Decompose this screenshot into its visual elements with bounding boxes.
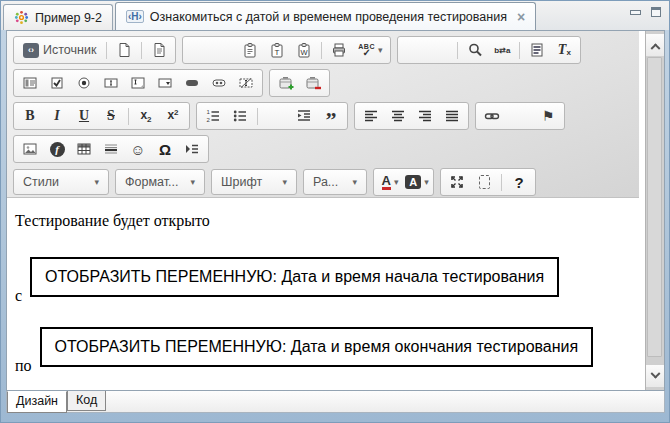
table-button[interactable] (71, 138, 97, 160)
paste-text-button[interactable]: T (264, 39, 290, 61)
form-button[interactable] (17, 72, 43, 94)
underline-button[interactable]: U (71, 105, 97, 127)
indent-icon (296, 108, 312, 124)
styles-dropdown[interactable]: Стили ▾ (13, 169, 109, 195)
font-dropdown[interactable]: Шрифт ▾ (211, 169, 297, 195)
tab-primer-9-2[interactable]: Пример 9-2 (3, 4, 113, 30)
maximize-view-icon[interactable] (651, 7, 661, 17)
select-all-button[interactable] (524, 39, 550, 61)
bold-button[interactable]: B (17, 105, 43, 127)
group-document: ‹› Источник (13, 36, 176, 64)
spellcheck-button[interactable]: ABC✓ ▾ (353, 39, 387, 61)
paste-word-button[interactable]: W (291, 39, 317, 61)
select-field-button[interactable] (152, 72, 178, 94)
toolbar-spacer (401, 50, 453, 51)
size-dropdown[interactable]: Ра... ▾ (303, 169, 367, 195)
show-blocks-button[interactable] (471, 171, 497, 193)
variable-box-start-datetime[interactable]: ОТОБРАЗИТЬ ПЕРЕМЕННУЮ: Дата и время нача… (30, 257, 559, 297)
superscript-button[interactable]: x2 (160, 105, 186, 127)
blockquote-button[interactable]: ” (318, 105, 344, 127)
hidden-field-button[interactable] (233, 72, 259, 94)
separator (501, 174, 502, 191)
subscript-button[interactable]: x2 (133, 105, 159, 127)
italic-button[interactable]: I (44, 105, 70, 127)
select-field-icon (157, 75, 173, 91)
button-field-icon (184, 75, 200, 91)
image-button-button[interactable] (206, 72, 232, 94)
align-right-button[interactable] (412, 105, 438, 127)
justify-button[interactable] (439, 105, 465, 127)
scroll-up-button[interactable] (646, 34, 664, 56)
radio-icon (76, 75, 92, 91)
source-button[interactable]: ‹› Источник (17, 39, 102, 61)
bg-color-button[interactable]: A ▾ (404, 171, 430, 193)
flash-button[interactable]: f (44, 138, 70, 160)
print-button[interactable] (326, 39, 352, 61)
tab-test-datetime[interactable]: ‹H› Ознакомиться с датой и временем пров… (115, 2, 536, 30)
align-center-button[interactable] (385, 105, 411, 127)
remove-format-icon: Tx (558, 42, 571, 58)
about-button[interactable]: ? (506, 171, 532, 193)
checkbox-button[interactable] (44, 72, 70, 94)
chevron-down-icon (650, 368, 660, 378)
textarea-button[interactable] (125, 72, 151, 94)
editing-area[interactable]: Тестирование будет открыто с ОТОБРАЗИТЬ … (7, 199, 644, 390)
table-icon (76, 141, 92, 157)
superscript-icon: x2 (167, 108, 178, 124)
tab-code[interactable]: Код (67, 391, 106, 411)
group-paragraph: 12 ” (196, 102, 348, 130)
maximize-button[interactable] (444, 171, 470, 193)
button-field-button[interactable] (179, 72, 205, 94)
text-color-button[interactable]: A ▾ (377, 171, 403, 193)
tab-design[interactable]: Дизайн (7, 391, 67, 413)
radio-button[interactable] (71, 72, 97, 94)
anchor-button[interactable]: ⚑ (535, 105, 561, 127)
tab-label: Ознакомиться с датой и временем проведен… (150, 10, 507, 24)
text-field-button[interactable] (98, 72, 124, 94)
flash-icon: f (50, 142, 65, 157)
group-clipboard: T W ABC✓ ▾ (182, 36, 391, 64)
special-char-button[interactable]: Ω (152, 138, 178, 160)
paste-button[interactable] (237, 39, 263, 61)
vertical-scrollbar[interactable] (645, 31, 664, 390)
chevron-down-icon: ▾ (352, 177, 357, 187)
toolbar-spacer (186, 50, 236, 51)
form-icon (22, 75, 38, 91)
numbered-list-button[interactable]: 12 (200, 105, 226, 127)
find-button[interactable] (462, 39, 488, 61)
group-forms (13, 69, 263, 97)
minimize-view-icon[interactable] (630, 10, 641, 15)
app-window: Пример 9-2 ‹H› Ознакомиться с датой и вр… (0, 0, 670, 423)
tab-label: Пример 9-2 (35, 11, 102, 25)
smiley-button[interactable]: ☺ (125, 138, 151, 160)
preview-button[interactable] (146, 39, 172, 61)
link-button[interactable] (479, 105, 505, 127)
page-break-button[interactable] (179, 138, 205, 160)
format-dropdown[interactable]: Формат... ▾ (115, 169, 205, 195)
text-color-icon: A (382, 174, 391, 190)
align-left-button[interactable] (358, 105, 384, 127)
increase-indent-button[interactable] (291, 105, 317, 127)
variable-box-end-datetime[interactable]: ОТОБРАЗИТЬ ПЕРЕМЕННУЮ: Дата и время окон… (40, 327, 594, 367)
separator (257, 108, 258, 125)
svg-text:2: 2 (207, 117, 211, 123)
remove-format-button[interactable]: Tx (551, 39, 577, 61)
svg-text:W: W (301, 48, 309, 57)
insert-block-button[interactable] (273, 72, 299, 94)
close-tab-icon[interactable]: × (517, 12, 525, 22)
scrollbar-thumb[interactable] (647, 57, 662, 357)
hidden-field-icon (238, 75, 254, 91)
replace-button[interactable]: b⇄a (489, 39, 515, 61)
scroll-down-button[interactable] (646, 365, 664, 387)
separator (141, 42, 142, 59)
source-icon: ‹› (23, 43, 39, 58)
horizontal-rule-button[interactable] (98, 138, 124, 160)
image-button[interactable] (17, 138, 43, 160)
remove-block-button[interactable] (300, 72, 326, 94)
chevron-down-icon: ▾ (394, 177, 399, 187)
omega-icon: Ω (159, 141, 171, 158)
strikethrough-button[interactable]: S (98, 105, 124, 127)
chevron-up-icon (650, 43, 660, 53)
bulleted-list-button[interactable] (227, 105, 253, 127)
new-page-button[interactable] (111, 39, 137, 61)
